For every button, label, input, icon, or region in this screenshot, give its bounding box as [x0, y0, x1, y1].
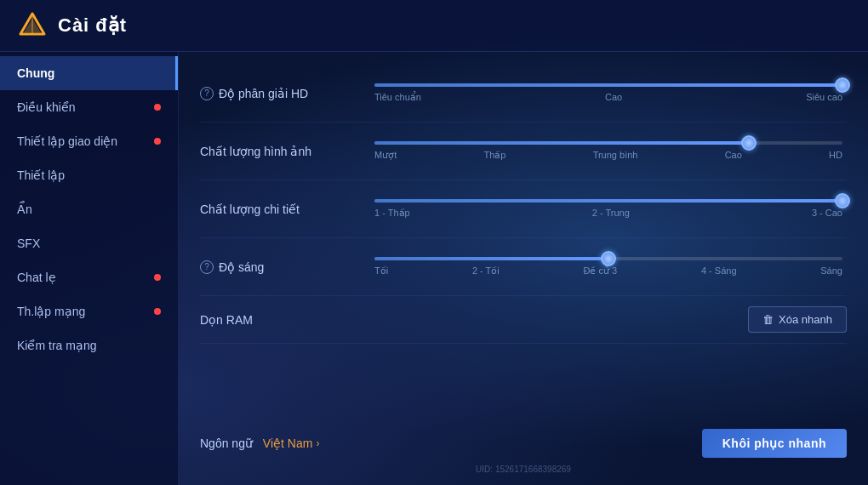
slider-chat-luong-chi-tiet[interactable]: 1 - Thấp 2 - Trung 3 - Cao [370, 199, 847, 219]
help-icon-do-phan-giai[interactable]: ? [200, 87, 214, 100]
chevron-right-icon: › [316, 437, 319, 449]
setting-chat-luong-chi-tiet: Chất lượng chi tiết 1 - Thấp 2 - Trung 3… [200, 180, 847, 238]
setting-label-do-sang: ? Độ sáng [200, 260, 370, 274]
notification-dot [154, 308, 161, 315]
sidebar-item-thiet-lap-giao-dien[interactable]: Thiết lập giao diện [0, 124, 178, 158]
setting-chat-luong-hinh-anh: Chất lượng hình ảnh Mượt Thấp Trung bình… [200, 123, 847, 180]
sidebar-item-label: Thiết lập [17, 168, 65, 182]
ram-label: Dọn RAM [200, 313, 748, 327]
setting-label-do-phan-giai: ? Độ phân giải HD [200, 87, 370, 100]
sidebar-item-label: SFX [17, 237, 40, 250]
slider-chat-luong-hinh-anh[interactable]: Mượt Thấp Trung bình Cao HD [370, 141, 847, 161]
ram-row: Dọn RAM 🗑 Xóa nhanh [200, 296, 847, 344]
content-area: ChungĐiều khiểnThiết lập giao diệnThiết … [0, 52, 868, 485]
khoi-phuc-nhanh-button[interactable]: Khôi phục nhanh [702, 429, 847, 458]
footer-row: Ngôn ngữ Việt Nam › Khôi phục nhanh [200, 417, 847, 462]
language-selector: Ngôn ngữ Việt Nam › [200, 436, 319, 450]
sidebar-item-chung[interactable]: Chung [0, 56, 178, 90]
sidebar-item-label: Ẩn [17, 203, 32, 216]
notification-dot [154, 274, 161, 281]
main-panel: ? Độ phân giải HD Tiêu chuẩn Cao Siêu ca… [179, 52, 868, 485]
sidebar-item-dieu-khien[interactable]: Điều khiển [0, 90, 178, 124]
slider-do-phan-giai[interactable]: Tiêu chuẩn Cao Siêu cao [370, 83, 847, 103]
help-icon-do-sang[interactable]: ? [200, 260, 214, 274]
notification-dot [154, 104, 161, 111]
setting-do-phan-giai: ? Độ phân giải HD Tiêu chuẩn Cao Siêu ca… [200, 65, 847, 123]
sidebar-item-an[interactable]: Ẩn [0, 192, 178, 226]
sidebar-item-chat-le[interactable]: Chat lẹ [0, 260, 178, 294]
page-title: Cài đặt [58, 14, 127, 37]
notification-dot [154, 138, 161, 145]
sidebar-item-kiem-tra-mang[interactable]: Kiểm tra mạng [0, 328, 178, 362]
setting-do-sang: ? Độ sáng Tối 2 - Tối Đề cử 3 4 - Sá [200, 238, 847, 296]
uid-display: UID: 1526171668398269 [200, 462, 847, 476]
sidebar-item-sfx[interactable]: SFX [0, 226, 178, 260]
logo [17, 10, 48, 41]
sidebar-item-label: Điều khiển [17, 100, 76, 114]
xoa-nhanh-button[interactable]: 🗑 Xóa nhanh [748, 306, 847, 333]
sidebar-item-th-lap-mang[interactable]: Th.lập mạng [0, 294, 178, 328]
sidebar-item-label: Thiết lập giao diện [17, 134, 117, 148]
language-value[interactable]: Việt Nam [263, 436, 313, 450]
sidebar: ChungĐiều khiểnThiết lập giao diệnThiết … [0, 52, 179, 485]
setting-label-chat-luong-chi-tiet: Chất lượng chi tiết [200, 203, 370, 216]
header: Cài đặt [0, 0, 868, 52]
setting-label-chat-luong-hinh-anh: Chất lượng hình ảnh [200, 145, 370, 158]
sidebar-item-label: Chat lẹ [17, 271, 56, 284]
slider-do-sang[interactable]: Tối 2 - Tối Đề cử 3 4 - Sáng Sáng [370, 257, 847, 277]
trash-icon: 🗑 [762, 313, 774, 326]
language-label: Ngôn ngữ [200, 436, 253, 450]
sidebar-item-label: Th.lập mạng [17, 305, 85, 318]
sidebar-item-label: Kiểm tra mạng [17, 339, 96, 352]
sidebar-item-thiet-lap[interactable]: Thiết lập [0, 158, 178, 192]
sidebar-item-label: Chung [17, 66, 54, 80]
